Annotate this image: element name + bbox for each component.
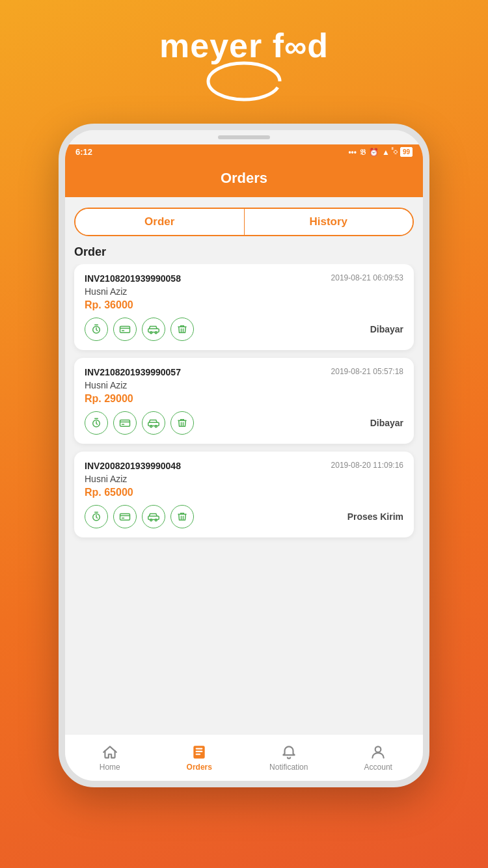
delivery-icon-btn[interactable] <box>142 318 165 341</box>
account-nav-label: Account <box>364 763 392 772</box>
order-status: Proses Kirim <box>347 511 403 522</box>
trash-icon-btn[interactable] <box>170 318 194 341</box>
timer-icon-btn[interactable] <box>85 411 108 435</box>
notification-icon <box>280 744 297 761</box>
notification-nav-label: Notification <box>269 763 308 772</box>
order-action-icons <box>85 411 194 435</box>
orders-list: INV2108201939990058 2019-08-21 06:09:53 … <box>65 264 423 734</box>
order-date: 2019-08-21 06:09:53 <box>331 273 403 282</box>
logo-area: meyer f∞d <box>0 0 488 124</box>
orders-nav-label: Orders <box>187 763 212 772</box>
order-customer-name: Husni Aziz <box>85 474 403 484</box>
order-card-header: INV2008201939990048 2019-08-20 11:09:16 <box>85 461 403 471</box>
order-status: Dibayar <box>370 418 403 428</box>
order-action-icons <box>85 318 194 341</box>
order-card-header: INV2108201939990058 2019-08-21 06:09:53 <box>85 273 403 284</box>
nav-orders[interactable]: Orders <box>155 735 245 781</box>
payment-icon-btn[interactable] <box>113 505 137 528</box>
order-invoice: INV2108201939990058 <box>85 273 181 284</box>
order-date: 2019-08-21 05:57:18 <box>331 367 403 376</box>
delivery-icon-btn[interactable] <box>142 505 165 528</box>
order-card: INV2008201939990048 2019-08-20 11:09:16 … <box>74 452 414 537</box>
trash-icon-btn[interactable] <box>170 505 194 528</box>
status-bar: 6:12 ••• 𝔅 ⏰ ▲ ᯦ 99 <box>65 144 423 159</box>
timer-icon-btn[interactable] <box>85 318 108 341</box>
account-icon <box>370 744 386 761</box>
phone-notch <box>218 135 270 139</box>
svg-rect-8 <box>148 422 159 426</box>
dots-icon: ••• <box>348 148 357 157</box>
status-icons: ••• 𝔅 ⏰ ▲ ᯦ 99 <box>348 147 413 157</box>
phone-notch-bar <box>65 130 423 144</box>
order-card-footer: Dibayar <box>85 318 403 341</box>
order-card-footer: Dibayar <box>85 411 403 435</box>
timer-icon-btn[interactable] <box>85 505 108 528</box>
order-card: INV2108201939990057 2019-08-21 05:57:18 … <box>74 358 414 444</box>
order-invoice: INV2108201939990057 <box>85 367 181 377</box>
order-invoice: INV2008201939990048 <box>85 461 181 471</box>
svg-point-0 <box>208 63 280 100</box>
bottom-nav: Home Orders Notification Account <box>65 734 423 781</box>
app-header-title: Orders <box>221 170 267 186</box>
svg-rect-2 <box>120 327 130 333</box>
svg-rect-3 <box>148 329 159 332</box>
wifi-icon: ᯦ <box>393 148 397 157</box>
order-status: Dibayar <box>370 324 403 334</box>
svg-rect-12 <box>120 514 130 521</box>
home-icon <box>102 744 118 761</box>
order-action-icons <box>85 505 194 528</box>
logo-ring-icon <box>202 59 286 104</box>
delivery-icon-btn[interactable] <box>142 411 165 435</box>
home-nav-label: Home <box>100 763 120 772</box>
signal-icon: ▲ <box>382 148 390 157</box>
alarm-icon: ⏰ <box>369 148 379 157</box>
order-amount: Rp. 36000 <box>85 299 403 311</box>
order-customer-name: Husni Aziz <box>85 380 403 390</box>
order-card: INV2108201939990058 2019-08-21 06:09:53 … <box>74 264 414 350</box>
phone-frame: 6:12 ••• 𝔅 ⏰ ▲ ᯦ 99 Orders Order History… <box>59 124 429 787</box>
trash-icon-btn[interactable] <box>170 411 194 435</box>
nav-home[interactable]: Home <box>65 735 155 781</box>
tab-history[interactable]: History <box>245 209 413 235</box>
tab-order[interactable]: Order <box>75 209 245 235</box>
orders-icon <box>191 744 208 761</box>
battery-icon: 99 <box>400 147 413 157</box>
svg-rect-13 <box>148 516 159 519</box>
order-amount: Rp. 65000 <box>85 487 403 498</box>
nav-notification[interactable]: Notification <box>244 735 334 781</box>
order-date: 2019-08-20 11:09:16 <box>331 461 403 470</box>
order-customer-name: Husni Aziz <box>85 286 403 297</box>
payment-icon-btn[interactable] <box>113 318 137 341</box>
order-amount: Rp. 29000 <box>85 393 403 405</box>
section-title: Order <box>74 245 414 259</box>
order-card-header: INV2108201939990057 2019-08-21 05:57:18 <box>85 367 403 377</box>
app-header: Orders <box>65 159 423 197</box>
svg-rect-7 <box>120 420 130 427</box>
order-card-footer: Proses Kirim <box>85 505 403 528</box>
payment-icon-btn[interactable] <box>113 411 137 435</box>
status-time: 6:12 <box>75 147 92 157</box>
nav-account[interactable]: Account <box>334 735 424 781</box>
tab-switcher: Order History <box>74 208 414 236</box>
bluetooth-icon: 𝔅 <box>360 148 366 157</box>
svg-point-17 <box>375 746 381 752</box>
